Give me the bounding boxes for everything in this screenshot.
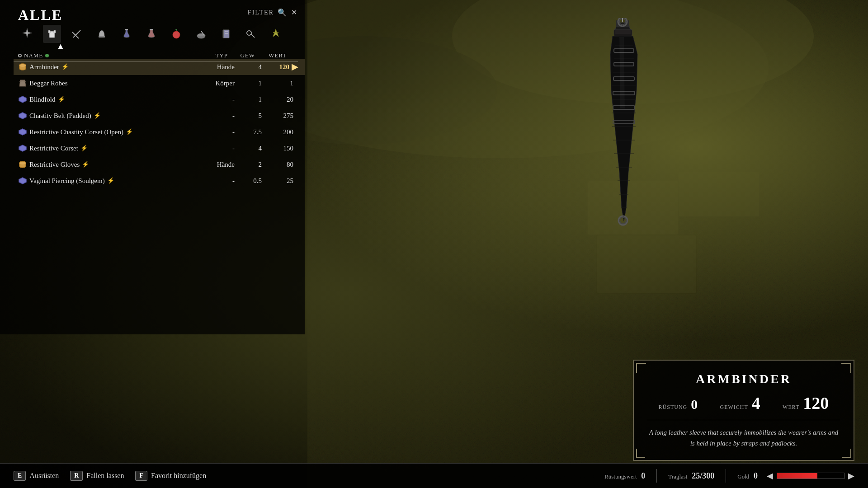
item-type: - — [205, 112, 241, 120]
item-value: 150 — [269, 145, 300, 152]
drop-action[interactable]: R Fallen lassen — [70, 471, 124, 481]
cat-icon-books[interactable] — [217, 25, 235, 43]
cat-icon-helm[interactable] — [93, 25, 111, 43]
item-icon — [16, 127, 29, 137]
svg-rect-10 — [54, 30, 56, 33]
health-arrow-right[interactable]: ▶ — [848, 471, 854, 481]
item-row[interactable]: Restrictive Corset ⚡ - 4 150 — [14, 140, 305, 156]
item-row[interactable]: Armbinder ⚡ Hände 4 120 ▶ — [14, 59, 305, 75]
separator — [726, 469, 726, 483]
item-icon — [16, 160, 29, 169]
item-row[interactable]: Vaginal Piercing (Soulgem) ⚡ - 0.5 25 — [14, 173, 305, 189]
svg-rect-13 — [99, 36, 105, 38]
value-value: 120 — [803, 393, 829, 413]
equip-key: E — [14, 471, 26, 481]
item-weight: 0.5 — [241, 177, 269, 185]
gold-stat: Gold 0 — [737, 471, 758, 481]
item-weight: 1 — [241, 80, 269, 87]
item-type: - — [205, 128, 241, 136]
item-name: Restrictive Chastity Corset (Open) ⚡ — [29, 128, 205, 136]
item-weight: 1 — [241, 96, 269, 103]
item-value: 20 — [269, 96, 300, 103]
item-value: 200 — [269, 128, 300, 136]
svg-rect-33 — [615, 30, 631, 34]
drop-key: R — [70, 471, 83, 481]
value-label: WERT — [783, 404, 799, 411]
item-name: Vaginal Piercing (Soulgem) ⚡ — [29, 177, 205, 185]
item-weight: 2 — [241, 161, 269, 169]
item-name-text: Blindfold — [29, 96, 56, 103]
svg-rect-22 — [223, 30, 224, 38]
item-name-text: Beggar Robes — [29, 80, 68, 87]
item-list: Armbinder ⚡ Hände 4 120 ▶ Beggar Robes K… — [14, 59, 305, 189]
item-name-text: Armbinder — [29, 63, 59, 71]
health-arrow-left[interactable]: ◀ — [767, 471, 773, 481]
item-row[interactable]: Chastity Belt (Padded) ⚡ - 5 275 — [14, 108, 305, 124]
favorite-key: F — [135, 471, 147, 481]
favorite-action[interactable]: F Favorit hinzufügen — [135, 471, 206, 481]
bottom-stats: Rüstungswert 0 Traglast 25/300 Gold 0 ◀ … — [604, 469, 854, 483]
col-name-header: NAME — [18, 52, 198, 59]
corner-bl — [636, 449, 645, 458]
equip-action[interactable]: E Ausrüsten — [14, 471, 59, 481]
svg-point-41 — [620, 217, 626, 224]
item-name: Blindfold ⚡ — [29, 96, 205, 103]
item-value: 80 — [269, 161, 300, 169]
cat-icon-food[interactable] — [167, 25, 185, 43]
svg-point-26 — [19, 64, 26, 67]
value-stat: WERT 120 — [783, 393, 829, 413]
circle-indicator — [18, 54, 22, 57]
detail-stats: RÜSTUNG 0 GEWICHT 4 WERT 120 — [647, 393, 840, 420]
corner-br — [842, 449, 851, 458]
green-dot — [45, 54, 49, 57]
lightning-icon: ⚡ — [82, 161, 89, 168]
item-value: 275 — [269, 112, 300, 120]
item-name: Chastity Belt (Padded) ⚡ — [29, 112, 205, 120]
weight-header: GEW — [235, 52, 262, 59]
item-preview — [579, 14, 669, 239]
cat-icon-misc[interactable] — [267, 25, 285, 43]
cat-icon-weapons[interactable] — [68, 25, 86, 43]
item-type: Hände — [205, 161, 241, 169]
svg-rect-15 — [150, 29, 153, 30]
inventory-panel: ALLE FILTER 🔍 ✕ — [0, 0, 305, 334]
item-icon — [16, 94, 29, 104]
armor-value: 0 — [691, 397, 698, 412]
favorite-label: Favorit hinzufügen — [151, 472, 206, 480]
detail-description: A long leather sleeve that securely immo… — [647, 427, 840, 449]
item-weight: 4 — [241, 145, 269, 152]
svg-rect-5 — [678, 172, 760, 217]
item-type: Hände — [205, 63, 241, 71]
name-header-label: NAME — [24, 52, 43, 59]
item-weight: 4 — [241, 63, 269, 71]
item-type: - — [205, 145, 241, 152]
item-name-text: Vaginal Piercing (Soulgem) — [29, 177, 105, 185]
cat-icon-potions[interactable] — [118, 25, 136, 43]
filter-label: FILTER — [248, 9, 274, 16]
item-row[interactable]: Blindfold ⚡ - 1 20 — [14, 91, 305, 108]
svg-rect-9 — [48, 30, 50, 33]
item-value: 1 — [269, 80, 300, 87]
carry-stat: Traglast 25/300 — [668, 471, 714, 481]
search-icon[interactable]: 🔍 — [278, 8, 288, 17]
item-value: 25 — [269, 177, 300, 185]
armor-label: RÜSTUNG — [659, 404, 688, 411]
health-bar — [777, 473, 844, 479]
bottom-actions: E Ausrüsten R Fallen lassen F Favorit hi… — [14, 471, 206, 481]
close-filter-icon[interactable]: ✕ — [291, 8, 298, 17]
cat-icon-armor[interactable] — [43, 25, 61, 43]
cat-icon-keys[interactable] — [242, 25, 260, 43]
cat-icon-mortar[interactable] — [192, 25, 210, 43]
selected-arrow-icon: ▶ — [292, 62, 298, 72]
armor-stat: RÜSTUNG 0 — [659, 397, 698, 412]
item-row[interactable]: Restrictive Gloves ⚡ Hände 2 80 — [14, 156, 305, 173]
carry-current: 25/300 — [692, 471, 714, 480]
item-row[interactable]: Beggar Robes Körper 1 1 — [14, 75, 305, 91]
cat-icon-potions2[interactable] — [142, 25, 160, 43]
item-icon — [16, 111, 29, 121]
gold-label: Gold — [737, 473, 749, 480]
bottom-bar: E Ausrüsten R Fallen lassen F Favorit hi… — [0, 463, 868, 488]
cat-icon-magic[interactable] — [18, 25, 36, 43]
value-header: WERT — [262, 52, 293, 59]
item-row[interactable]: Restrictive Chastity Corset (Open) ⚡ - 7… — [14, 124, 305, 140]
